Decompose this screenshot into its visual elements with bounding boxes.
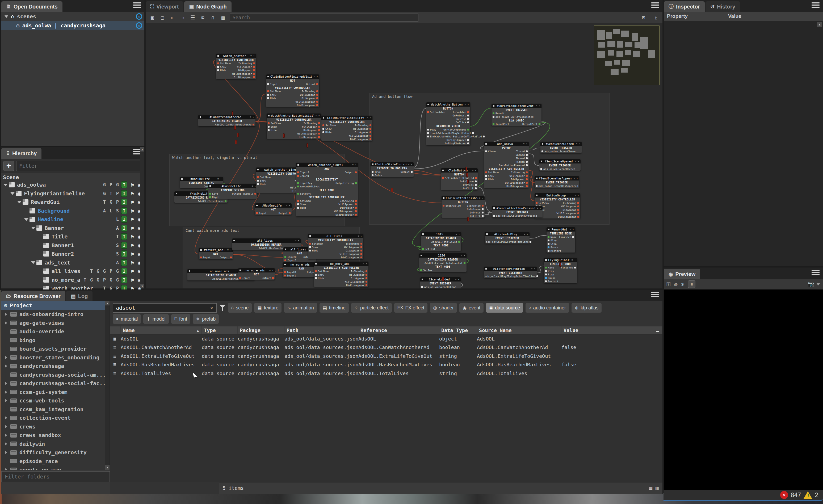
node-header[interactable]: ads_oolwa≡ ▾ [484, 142, 529, 146]
output-port[interactable]: Output (Equal) [232, 192, 256, 195]
input-port[interactable]: ads_oolwa.SceneOnLoad [421, 286, 456, 289]
output-port[interactable]: WillAppear [349, 273, 367, 276]
edge-wire[interactable] [485, 212, 492, 215]
output-port[interactable]: IsEnabled [467, 204, 484, 207]
output-port[interactable]: WillAppear [300, 93, 318, 96]
graph-node[interactable]: WatchAnotherButtonVisibility≡ ▾VISIBILIT… [267, 114, 321, 139]
graph-node[interactable]: #ButtonStateController≡ ▾TRIGGER TO BOOL… [370, 162, 414, 177]
output-port[interactable]: IsShowing [340, 199, 357, 202]
output-port[interactable]: DidDisappear [346, 284, 367, 287]
output-port[interactable]: Output [279, 212, 291, 214]
expand-caret-icon[interactable] [4, 354, 8, 361]
expand-caret-icon[interactable] [4, 467, 8, 470]
node-header[interactable]: WatchAnotherButtonVisibility≡ ▾ [267, 114, 321, 118]
panel-menu-icon[interactable] [133, 2, 141, 8]
column-view-icon[interactable]: ▥ [656, 485, 659, 491]
camera-dropdown-icon[interactable] [816, 283, 820, 286]
layout-rows-icon[interactable]: ☰ [189, 14, 197, 21]
graph-node[interactable]: #ListenToPlay≡ ▾EVENT LISTENERads_oolwa.… [485, 232, 529, 243]
flag-icon[interactable]: ⚑ [129, 260, 136, 266]
input-port[interactable]: Hide [315, 277, 324, 280]
node-header-menu-icon[interactable]: ≡ ▾ [314, 75, 318, 78]
node-header[interactable]: watch_another≡ ▾ [216, 54, 256, 58]
flag-icon[interactable]: ⚑ [129, 208, 136, 214]
expand-caret-icon[interactable] [4, 432, 8, 438]
project-root-item[interactable]: ⚙ Project [1, 301, 110, 310]
filter-folders-input[interactable] [1, 471, 110, 482]
output-port[interactable]: Output [306, 83, 318, 86]
node-header[interactable]: #ButtonStateController≡ ▾ [370, 162, 414, 166]
column-options-icon[interactable]: … [656, 328, 662, 333]
reroute-pin[interactable] [442, 277, 444, 281]
edge-wire[interactable] [470, 108, 492, 127]
graph-node[interactable]: ClaimButtonVisibility≡ ▾VISIBILITY CONTR… [321, 116, 372, 141]
input-port[interactable]: Show [297, 203, 306, 206]
input-port[interactable]: Hide [297, 206, 306, 209]
node-header[interactable]: #SendSceneOpened≡ ▾ [539, 159, 581, 163]
node-header-menu-icon[interactable]: ≡ ▾ [455, 278, 459, 281]
reroute-pin[interactable] [467, 217, 469, 221]
edge-wire[interactable] [233, 255, 283, 257]
hierarchy-row[interactable]: RewardGuiT G PI⚑◉ [1, 198, 144, 206]
tab-hierarchy[interactable]: ⠿ Hierarchy [1, 148, 41, 159]
output-port[interactable]: Showed [516, 157, 528, 160]
node-header-menu-icon[interactable]: ≡ ▾ [571, 259, 576, 261]
output-port[interactable]: WillDisappear [340, 253, 362, 256]
output-port[interactable]: Finished [559, 235, 574, 238]
node-header[interactable]: #ListenToPlayBrian≡ ▾ [484, 267, 537, 271]
reroute-pin[interactable] [283, 134, 285, 138]
column-header[interactable]: Path [285, 326, 358, 334]
resource-menu-icon[interactable] [651, 292, 659, 297]
node-header[interactable]: ClaimButtonFinished≡ ▾ [442, 196, 485, 200]
output-port[interactable]: OnRelease [453, 114, 469, 117]
node-header[interactable]: no_more_ads≡ ▾ [238, 268, 275, 273]
input-port[interactable]: True [372, 170, 381, 173]
hierarchy-row[interactable]: TitleTI⚑◉ [1, 232, 144, 241]
input-port[interactable]: SetShow [315, 270, 329, 273]
instance-badge[interactable]: I [121, 277, 127, 283]
input-port[interactable]: InputKey [297, 182, 312, 184]
output-port[interactable]: IsShowing [238, 62, 255, 65]
output-port[interactable]: OnClick [470, 214, 484, 217]
input-port[interactable]: Show [315, 273, 324, 276]
filter-chip-ktp-atlas[interactable]: ⊕ktp atlas [571, 303, 602, 313]
node-header-menu-icon[interactable]: ≡ ▾ [570, 228, 574, 231]
folder-tree-item[interactable]: bingo [1, 336, 110, 345]
node-header-menu-icon[interactable]: ≡ ▾ [269, 269, 274, 272]
hierarchy-row[interactable]: all_livesT G G P GI⚑◉ [1, 267, 144, 276]
magnet-icon[interactable]: ∩ [209, 14, 217, 21]
graph-node[interactable]: #SendSceneHasAppeared≡ ▾EVENT TRIGGERads… [534, 176, 579, 188]
column-header[interactable]: Data Type [439, 326, 477, 334]
column-header[interactable]: Package [238, 326, 285, 334]
input-port[interactable]: Hide [268, 129, 277, 132]
tab-resource-browser[interactable]: 🗁 Resource Browser [1, 291, 65, 302]
folder-tree-item[interactable]: dailywin [1, 440, 110, 449]
input-port[interactable]: Stop [545, 273, 554, 276]
input-port[interactable]: ads_oolwa.OnPlayCompleted [493, 115, 533, 118]
graph-node[interactable]: watch_another_plural≡ ▾ANDInput0OutputIn… [296, 163, 358, 216]
open-document-item[interactable]: ⌂scenes✕ [1, 12, 144, 21]
input-port[interactable]: Play [427, 128, 436, 131]
filter-funnel-icon[interactable] [219, 305, 225, 311]
output-port[interactable]: OnPlaySkipped [447, 139, 469, 141]
node-header[interactable]: #invert_bool≡ ▾ [199, 248, 233, 252]
output-port[interactable]: OnClick [463, 187, 477, 190]
instance-badge[interactable]: I [121, 190, 127, 197]
icon-column-header[interactable] [110, 326, 121, 334]
folder-tree-item[interactable]: ads-onboarding-intro [1, 310, 110, 319]
graph-node[interactable]: #OnPlayCompletedEvent≡ ▾EVENT TRIGGERRes… [492, 104, 541, 126]
inspector-scroll-up[interactable]: ▲ [817, 22, 822, 27]
output-port[interactable]: DidDisappear [297, 104, 318, 107]
input-port[interactable]: Name [545, 266, 554, 269]
node-header-menu-icon[interactable]: ≡ ▾ [252, 185, 256, 187]
hierarchy-row[interactable]: Banner1SI⚑◉ [1, 241, 144, 250]
output-port[interactable]: DidDisappear [234, 76, 255, 79]
node-header[interactable]: #SceneLoaded≡ ▾ [420, 277, 461, 282]
input-port[interactable]: AmountOfLives [297, 185, 320, 188]
graph-menu-icon[interactable] [651, 2, 659, 8]
input-port[interactable]: ads_oolwa.SceneOpened [540, 167, 575, 170]
input-port[interactable]: TrackAdShows [427, 132, 449, 135]
input-port[interactable]: Restart [547, 249, 561, 252]
expand-caret-icon[interactable] [4, 424, 8, 430]
folder-tree-scrollbar[interactable]: ▲▼ [105, 301, 110, 470]
